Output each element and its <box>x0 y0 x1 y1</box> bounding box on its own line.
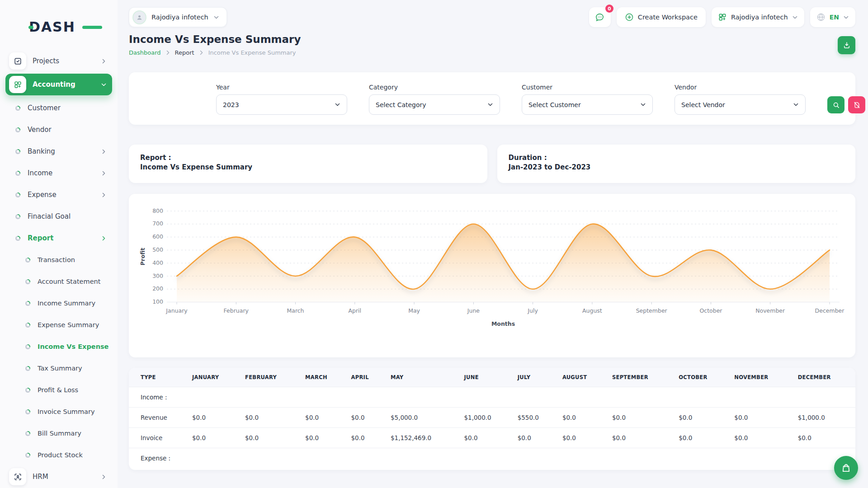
organization-selector[interactable]: Rajodiya infotech <box>712 7 804 27</box>
table-cell: $0.0 <box>730 428 793 448</box>
sidebar-item-invoice-summary[interactable]: Invoice Summary <box>5 403 112 421</box>
customer-select[interactable]: Select Customer <box>522 94 653 115</box>
svg-text:100: 100 <box>152 298 163 305</box>
sidebar-item-tax-summary[interactable]: Tax Summary <box>5 359 112 377</box>
sidebar-item-expense[interactable]: Expense <box>5 186 112 204</box>
app-logo[interactable]: DASH <box>29 19 97 35</box>
topbar-actions: 0 Create Workspace Rajodiya infotech <box>589 7 855 27</box>
sidebar-item-label: Projects <box>33 57 59 65</box>
donut-icon <box>15 127 20 132</box>
svg-text:600: 600 <box>152 233 163 240</box>
column-header-september: SEPTEMBER <box>608 368 674 387</box>
svg-text:300: 300 <box>152 272 163 279</box>
sidebar-item-income[interactable]: Income <box>5 164 112 182</box>
sidebar-item-vendor[interactable]: Vendor <box>5 121 112 139</box>
chevron-down-icon <box>640 102 646 108</box>
donut-icon <box>25 453 30 458</box>
sidebar-item-income-vs-expense[interactable]: Income Vs Expense <box>5 338 112 356</box>
create-workspace-button[interactable]: Create Workspace <box>617 7 706 27</box>
column-header-december: DECEMBER <box>793 368 855 387</box>
vendor-select[interactable]: Select Vendor <box>675 94 806 115</box>
messages-button[interactable]: 0 <box>589 7 611 27</box>
sidebar-item-customer[interactable]: Customer <box>5 99 112 117</box>
selected-value: Select Vendor <box>681 101 725 108</box>
reset-button[interactable] <box>848 96 865 113</box>
sidebar-item-report[interactable]: Report <box>5 229 112 247</box>
breadcrumb-dashboard[interactable]: Dashboard <box>129 49 161 56</box>
notification-badge: 0 <box>605 5 613 13</box>
sidebar-item-accounting[interactable]: Accounting <box>5 74 112 95</box>
language-selector[interactable]: EN <box>810 7 855 27</box>
sidebar: DASH ProjectsAccountingCustomerVendorBan… <box>0 0 118 488</box>
year-select[interactable]: 2023 <box>216 94 347 115</box>
column-header-january: JANUARY <box>188 368 241 387</box>
sidebar-item-label: Finacial Goal <box>28 212 71 221</box>
chart-card: 100200300400500600700800JanuaryFebruaryM… <box>129 194 855 357</box>
column-header-october: OCTOBER <box>674 368 730 387</box>
chevron-right-icon <box>198 50 204 56</box>
section-label: Expense : <box>129 448 855 469</box>
sidebar-item-banking[interactable]: Banking <box>5 142 112 160</box>
duration-card-value: Jan-2023 to Dec-2023 <box>509 163 844 171</box>
breadcrumb-report[interactable]: Report <box>175 49 194 56</box>
sidebar-item-income-summary[interactable]: Income Summary <box>5 294 112 312</box>
column-header-march: MARCH <box>301 368 346 387</box>
section-row: Income : <box>129 387 855 408</box>
svg-text:400: 400 <box>152 259 163 266</box>
sidebar-item-transaction[interactable]: Transaction <box>5 251 112 269</box>
donut-icon <box>15 236 20 241</box>
topbar: Rajodiya infotech 0 Create Workspace <box>129 7 855 27</box>
sidebar-item-projects[interactable]: Projects <box>5 52 112 70</box>
svg-text:February: February <box>224 307 249 314</box>
svg-text:July: July <box>527 307 538 314</box>
user-scan-icon <box>9 468 26 485</box>
report-table: TYPEJANUARYFEBRUARYMARCHAPRILMAYJUNEJULY… <box>129 368 855 468</box>
search-button[interactable] <box>827 96 844 113</box>
avatar-icon <box>132 10 146 24</box>
sidebar-item-label: Expense Summary <box>38 321 99 328</box>
table-cell: $550.0 <box>513 408 558 428</box>
donut-icon <box>15 214 20 219</box>
sidebar-item-expense-summary[interactable]: Expense Summary <box>5 316 112 334</box>
table-cell: $0.0 <box>301 408 346 428</box>
column-header-type: TYPE <box>129 368 188 387</box>
column-header-may: MAY <box>386 368 460 387</box>
grid-plus-icon <box>9 76 26 93</box>
column-header-april: APRIL <box>346 368 386 387</box>
selected-value: Select Customer <box>528 101 581 108</box>
chevron-down-icon <box>213 14 219 20</box>
cart-fab-button[interactable] <box>834 456 858 480</box>
breadcrumb-current: Income Vs Expense Summary <box>208 49 296 56</box>
chevron-down-icon <box>792 14 798 20</box>
language-code: EN <box>830 14 839 21</box>
category-select[interactable]: Select Category <box>369 94 500 115</box>
sidebar-item-product-stock[interactable]: Product Stock <box>5 446 112 464</box>
chevron-right-icon <box>101 58 107 64</box>
report-card-value: Income Vs Expense Summary <box>140 163 476 171</box>
donut-icon <box>15 149 20 154</box>
row-label: Invoice <box>129 428 188 448</box>
field-label: Customer <box>522 84 653 91</box>
brand-name: DASH <box>29 19 75 35</box>
sidebar-item-account-statement[interactable]: Account Statement <box>5 272 112 291</box>
donut-icon <box>15 171 20 176</box>
workspace-selector[interactable]: Rajodiya infotech <box>129 7 227 27</box>
sidebar-item-label: Accounting <box>33 80 75 89</box>
logo-accent-dash <box>82 26 102 29</box>
download-button[interactable] <box>838 36 855 54</box>
section-label: Income : <box>129 387 855 408</box>
sidebar-item-bill-summary[interactable]: Bill Summary <box>5 424 112 442</box>
svg-text:December: December <box>815 307 845 314</box>
sidebar-item-label: Income Summary <box>38 300 95 307</box>
profit-area-chart: 100200300400500600700800JanuaryFebruaryM… <box>138 202 846 353</box>
grid-plus-icon <box>718 13 727 22</box>
page-header: Income Vs Expense Summary Dashboard Repo… <box>129 33 855 56</box>
svg-text:500: 500 <box>152 246 163 253</box>
sidebar-item-finacial-goal[interactable]: Finacial Goal <box>5 207 112 225</box>
page-title: Income Vs Expense Summary <box>129 33 301 45</box>
svg-text:Profit: Profit <box>139 248 146 265</box>
sidebar-item-hrm[interactable]: HRM <box>5 468 112 486</box>
sidebar-item-profit-loss[interactable]: Profit & Loss <box>5 381 112 399</box>
sidebar-item-label: Vendor <box>28 126 52 134</box>
workspace-name: Rajodiya infotech <box>151 14 208 21</box>
